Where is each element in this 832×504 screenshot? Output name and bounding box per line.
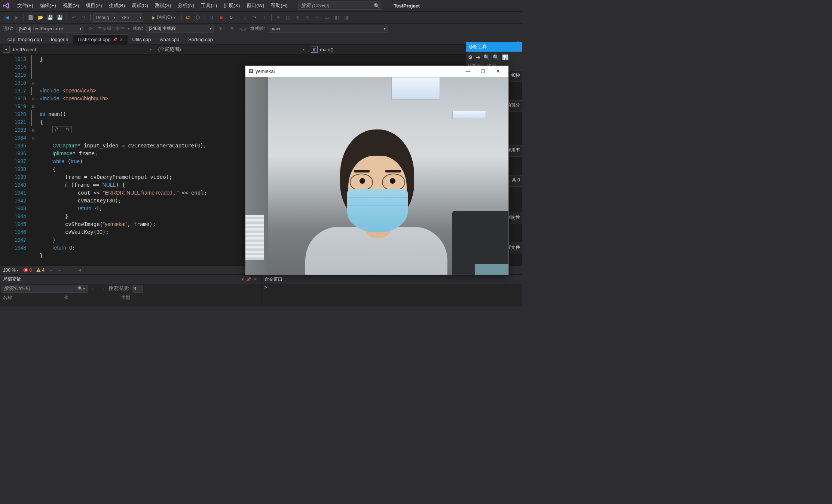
bottom-panels: 局部变量 ▾ 📌 ✕ 搜索(Ctrl+E) 🔍▾ ← → 搜索深度: 3 名称 … xyxy=(0,274,522,306)
menu-project[interactable]: 项目(P) xyxy=(82,1,105,10)
process-dropdown[interactable]: [5424] TestProject.exe xyxy=(16,25,83,33)
freeze-icon[interactable]: ⩽⩾ xyxy=(239,25,247,33)
menu-bar: 文件(F) 编辑(E) 视图(V) 项目(P) 生成(B) 调试(D) 测试(S… xyxy=(0,0,522,11)
camwin-icon: 🖼 xyxy=(248,68,253,74)
gear-icon[interactable]: ⚙ xyxy=(468,54,473,60)
step-over-icon[interactable]: ↷ xyxy=(251,13,259,22)
save-icon[interactable]: 💾 xyxy=(46,13,54,22)
menu-window[interactable]: 窗口(W) xyxy=(243,1,267,10)
command-prompt[interactable]: > xyxy=(261,284,523,291)
flag-icon[interactable]: ⚑ xyxy=(228,25,236,33)
warning-count[interactable]: 4 xyxy=(36,268,45,273)
tool-icon-3[interactable]: ⊞ xyxy=(294,13,302,22)
tab-logger[interactable]: logger.h xyxy=(46,34,73,44)
close-icon[interactable]: ✕ xyxy=(119,37,123,42)
panel-dropdown-icon[interactable]: ▾ xyxy=(241,277,245,282)
zoom-level[interactable]: 100 % ▾ xyxy=(3,268,19,273)
tab-what[interactable]: what.cpp xyxy=(155,34,184,44)
maximize-button[interactable]: ☐ xyxy=(475,66,490,77)
depth-label: 搜索深度: xyxy=(108,285,129,292)
step-out-icon[interactable]: ↑ xyxy=(260,13,269,22)
menu-extensions[interactable]: 扩展(X) xyxy=(220,1,243,10)
next-icon[interactable]: → xyxy=(57,268,62,273)
col-type[interactable]: 类型 xyxy=(121,294,130,301)
search-prev-icon[interactable]: ← xyxy=(90,286,97,291)
camwin-title-text: yemiekai xyxy=(256,68,275,74)
config-dropdown[interactable]: Debug xyxy=(93,13,117,22)
chart-icon[interactable]: 📊 xyxy=(502,54,508,60)
col-name[interactable]: 名称 xyxy=(3,294,12,301)
new-file-icon[interactable]: 📄 xyxy=(27,13,35,22)
platform-dropdown[interactable]: x86 xyxy=(119,13,143,22)
lifecycle-icon[interactable]: ⟳ xyxy=(86,25,95,33)
search-input[interactable]: 搜索 (Ctrl+Q) 🔍 xyxy=(298,1,382,10)
prev-icon[interactable]: ← xyxy=(49,268,53,273)
locals-title-bar: 局部变量 ▾ 📌 ✕ xyxy=(0,275,261,284)
camwin-titlebar[interactable]: 🖼 yemiekai — ☐ ✕ xyxy=(245,66,508,77)
hex-icon[interactable]: ⬡ xyxy=(194,13,202,22)
nav-fwd-icon[interactable]: ▶ xyxy=(13,13,21,22)
stackframe-dropdown[interactable]: main xyxy=(268,25,388,33)
thread-label: 线程: xyxy=(133,25,143,32)
tool-icon-6[interactable]: ▭ xyxy=(323,13,331,22)
stop-icon[interactable]: ■ xyxy=(217,13,226,22)
play-icon: ▶ xyxy=(152,15,155,20)
tab-utils[interactable]: Utils.cpp xyxy=(128,34,155,44)
solution-name: TestProject xyxy=(394,3,420,9)
tool-icon-8[interactable]: ◨ xyxy=(342,13,351,22)
step-into-icon[interactable]: ↓ xyxy=(241,13,249,22)
search-placeholder: 搜索 (Ctrl+Q) xyxy=(301,2,329,9)
undo-icon[interactable]: ↶ xyxy=(70,13,78,22)
export-icon[interactable]: ⇥ xyxy=(476,54,480,60)
close-button[interactable]: ✕ xyxy=(490,66,505,77)
filter-icon[interactable]: ▼ xyxy=(217,25,225,33)
panel-pin-icon[interactable]: 📌 xyxy=(245,277,253,282)
thread-dropdown[interactable]: [3468] 主线程 xyxy=(146,25,214,33)
menu-debug[interactable]: 调试(D) xyxy=(128,1,152,10)
menu-tools[interactable]: 工具(T) xyxy=(198,1,220,10)
open-file-icon[interactable]: 📂 xyxy=(36,13,45,22)
zoom-out-icon[interactable]: 🔍 xyxy=(493,54,499,60)
tab-sorting[interactable]: Sorting.cpp xyxy=(184,34,217,44)
error-count[interactable]: ✕0 xyxy=(23,268,32,273)
col-value[interactable]: 值 xyxy=(64,294,69,301)
menu-analyze[interactable]: 分析(N) xyxy=(174,1,198,10)
tool-icon-7[interactable]: ◧ xyxy=(333,13,341,22)
redo-icon[interactable]: ↷ xyxy=(79,13,88,22)
locals-search-input[interactable]: 搜索(Ctrl+E) 🔍▾ xyxy=(1,285,88,293)
save-all-icon[interactable]: 💾 xyxy=(56,13,64,22)
continue-button[interactable]: ▶ 继续(C) ▾ xyxy=(149,13,178,22)
menu-edit[interactable]: 编辑(E) xyxy=(37,1,59,10)
vs-logo-icon xyxy=(2,1,11,10)
search-icon: 🔍▾ xyxy=(78,286,85,291)
pin-icon[interactable]: 📌 xyxy=(113,37,117,42)
tool-icon-1[interactable]: ≡ xyxy=(274,13,282,22)
search-next-icon[interactable]: → xyxy=(99,286,106,291)
debug-target-icon[interactable]: 🗂 xyxy=(184,13,192,22)
continue-label: 继续(C) xyxy=(157,14,172,21)
tool-icon-5[interactable]: ⩸ xyxy=(313,13,321,22)
zoom-in-icon[interactable]: 🔍 xyxy=(483,54,490,60)
menu-test[interactable]: 测试(S) xyxy=(152,1,174,10)
main-toolbar: ◀ ▶ 📄 📂 💾 💾 ↶ ↷ Debug x86 ▶ 继续(C) ▾ 🗂 ⬡ … xyxy=(0,11,522,23)
nav-back-icon[interactable]: ◀ xyxy=(3,13,11,22)
scope-project[interactable]: + TestProject ▾ xyxy=(0,45,155,54)
scope-global[interactable]: (全局范围) ▾ xyxy=(155,45,308,54)
minimize-button[interactable]: — xyxy=(461,66,475,77)
pause-icon[interactable]: ⏸ xyxy=(208,13,216,22)
panel-close-icon[interactable]: ✕ xyxy=(253,277,258,282)
tool-icon-2[interactable]: ◫ xyxy=(284,13,292,22)
depth-input[interactable]: 3 xyxy=(132,285,143,293)
menu-build[interactable]: 生成(B) xyxy=(105,1,128,10)
tool-icon-4[interactable]: ⊟ xyxy=(303,13,312,22)
tab-cap-ffmpeg[interactable]: cap_ffmpeg.cpp xyxy=(3,34,46,44)
menu-view[interactable]: 视图(V) xyxy=(59,1,82,10)
menu-file[interactable]: 文件(F) xyxy=(14,1,37,10)
locals-search-bar: 搜索(Ctrl+E) 🔍▾ ← → 搜索深度: 3 xyxy=(0,284,261,293)
tab-testproject[interactable]: TestProject.cpp📌✕ xyxy=(73,34,128,44)
menu-help[interactable]: 帮助(H) xyxy=(267,1,291,10)
nav-bar: + TestProject ▾ (全局范围) ▾ ◧ main() ▾ xyxy=(0,44,522,55)
opencv-output-window[interactable]: 🖼 yemiekai — ☐ ✕ xyxy=(245,65,509,275)
lifecycle-label: 生命周期事件 xyxy=(98,25,125,32)
restart-icon[interactable]: ↻ xyxy=(227,13,235,22)
